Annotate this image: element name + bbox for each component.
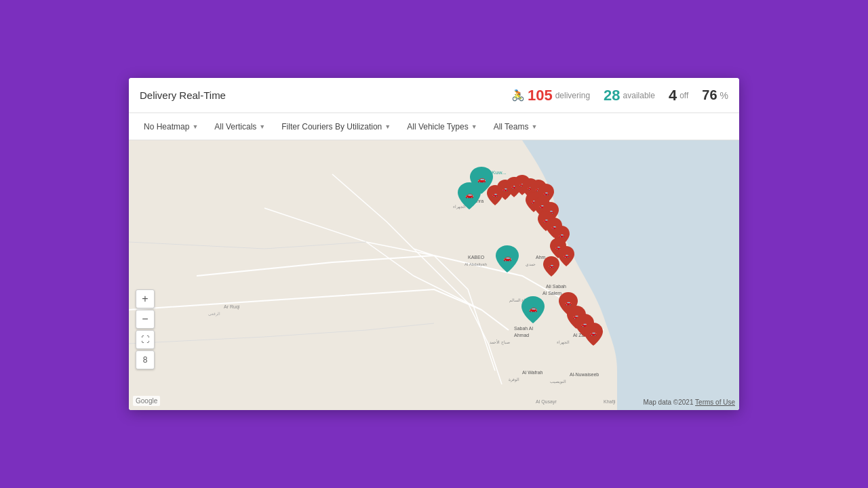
svg-text:🚗: 🚗 [492,191,498,197]
vehicle-arrow: ▼ [471,123,477,130]
app-title: Delivery Real-Time [140,89,511,101]
svg-text:KABEO: KABEO [468,255,485,260]
header: Delivery Real-Time 🚴 105 delivering 28 a… [129,78,739,113]
svg-text:الجهراء: الجهراء [453,205,466,209]
svg-text:🚗: 🚗 [503,253,512,262]
svg-text:🚗: 🚗 [590,329,597,336]
svg-text:Al Wafrah: Al Wafrah [522,370,543,375]
svg-text:Khafji: Khafji [604,399,616,405]
utilization-dropdown[interactable]: Filter Couriers By Utilization ▼ [275,119,397,134]
courier-count-button[interactable]: 8 [136,350,155,369]
off-label: off [679,91,688,100]
off-count: 4 [669,87,677,104]
svg-text:الجهراء: الجهراء [557,340,570,345]
svg-text:Kuw...: Kuw... [492,169,507,176]
delivering-label: delivering [555,91,590,100]
svg-text:صباح الأحمد: صباح الأحمد [490,339,510,345]
delivering-count: 105 [528,87,553,104]
svg-text:حمدي: حمدي [526,262,536,266]
svg-text:🚗: 🚗 [477,175,486,184]
percent-sign: % [720,90,728,101]
teams-arrow: ▼ [531,123,537,130]
heatmap-label: No Heatmap [144,122,189,131]
svg-text:🚗: 🚗 [465,190,474,199]
utilization-arrow: ▼ [384,123,391,130]
svg-text:Ali Sabah: Ali Sabah [546,284,566,289]
map-area[interactable]: Kuw... Al-Jahra الجهراء Hawalli KABEO Al… [129,140,739,410]
map-svg: Kuw... Al-Jahra الجهراء Hawalli KABEO Al… [129,140,739,410]
header-stats: 🚴 105 delivering 28 available 4 off 76 % [511,87,728,104]
svg-text:الوفرة: الوفرة [509,378,519,382]
svg-text:النويصيب: النويصيب [550,380,566,384]
svg-text:🚗: 🚗 [549,262,555,268]
svg-text:Al Qusayr: Al Qusayr [536,399,557,405]
heatmap-dropdown[interactable]: No Heatmap ▼ [137,119,205,134]
courier-icon: 🚴 [511,89,525,102]
svg-text:🚗: 🚗 [529,304,538,313]
svg-text:Ar Ruqi: Ar Ruqi [224,304,240,310]
map-footer: Map data ©2021 Terms of Use [643,399,735,406]
heatmap-arrow: ▼ [192,123,198,130]
available-label: available [623,91,655,100]
utilization-percent: 76 [702,87,717,103]
svg-text:Al-Nuwaiseeb: Al-Nuwaiseeb [570,372,599,377]
app-container: Delivery Real-Time 🚴 105 delivering 28 a… [129,78,739,410]
map-controls: + − ⛶ 8 [136,289,155,369]
svg-text:🚗: 🚗 [543,190,549,196]
vehicle-dropdown[interactable]: All Vehicle Types ▼ [400,119,484,134]
google-logo: Google [133,396,160,406]
teams-dropdown[interactable]: All Teams ▼ [487,119,545,134]
zoom-in-button[interactable]: + [136,289,155,308]
toolbar: No Heatmap ▼ All Verticals ▼ Filter Cour… [129,113,739,140]
verticals-dropdown[interactable]: All Verticals ▼ [208,119,272,134]
terms-link[interactable]: Terms of Use [695,399,735,406]
fullscreen-button[interactable]: ⛶ [136,330,155,349]
svg-text:الرقعي: الرقعي [208,312,220,317]
svg-text:Ahmad: Ahmad [514,333,529,338]
svg-text:Al Abdaliyah: Al Abdaliyah [465,262,487,266]
map-data-text: Map data ©2021 [643,399,693,406]
svg-text:Sabah Al: Sabah Al [514,326,533,331]
zoom-out-button[interactable]: − [136,310,155,329]
svg-text:🚗: 🚗 [559,232,565,238]
svg-text:🚗: 🚗 [564,252,570,258]
verticals-arrow: ▼ [259,123,265,130]
utilization-label: Filter Couriers By Utilization [281,122,382,131]
vehicle-label: All Vehicle Types [407,122,469,131]
verticals-label: All Verticals [214,122,256,131]
available-count: 28 [604,87,620,104]
svg-text:🚗: 🚗 [565,299,572,306]
teams-label: All Teams [494,122,529,131]
svg-text:Al Salem: Al Salem [542,291,561,296]
